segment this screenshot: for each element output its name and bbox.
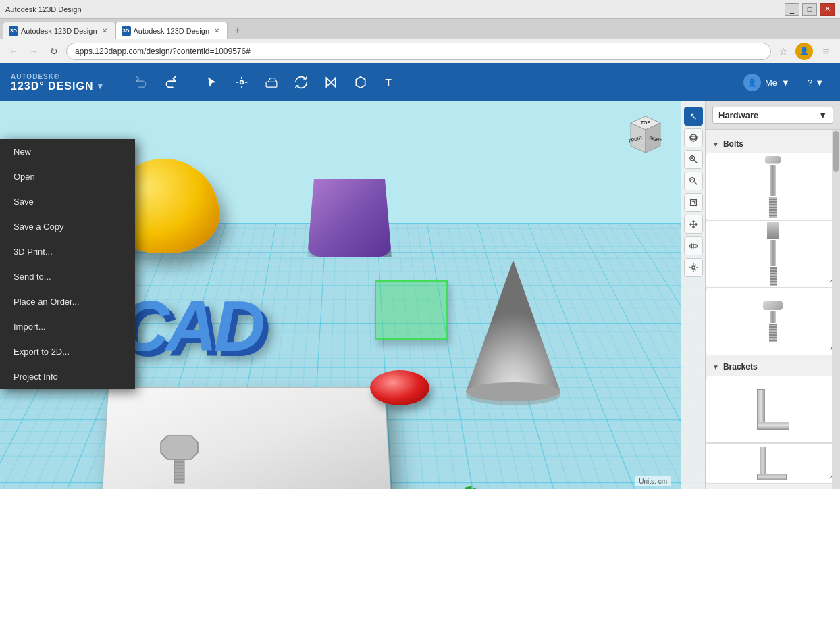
nav-cube[interactable]: TOP FRONT RIGHT [621,111,670,159]
tab-close-2[interactable]: ✕ [212,26,221,36]
browser-menu-button[interactable]: ≡ [817,43,835,60]
refresh-button[interactable]: ↻ [46,43,62,59]
tab-1[interactable]: 3D Autodesk 123D Design ✕ [3,22,115,39]
menu-item-order[interactable]: Place an Order... [0,289,135,314]
browser-addressbar: ← → ↻ apps.123dapp.com/design/?contentid… [0,39,840,63]
zoom-fit-viewport-button[interactable] [684,193,703,212]
menu-item-projectinfo[interactable]: Project Info [0,364,135,389]
category-dropdown-arrow: ▼ [818,110,827,120]
category-label: Hardware [718,110,758,120]
pan-viewport-button[interactable] [684,215,703,234]
close-button[interactable]: ✕ [820,3,835,16]
measure-viewport-button[interactable] [684,236,703,255]
cad-text-object: CAD [118,290,261,361]
bolt-body-2 [770,240,776,266]
bracket-item-1[interactable] [706,376,840,443]
bolt-roundhead-2 [767,222,779,239]
transform-tool-button[interactable] [229,70,255,95]
bolt-item-3[interactable]: ↗ [706,288,840,355]
bolts-section: ▼ Bolts [706,135,840,355]
app-logo[interactable]: AUTODESK® 123D° DESIGN ▼ [11,73,105,93]
browser-tabs: 3D Autodesk 123D Design ✕ 3D Autodesk 12… [0,19,840,39]
maximize-button[interactable]: □ [802,3,817,16]
category-dropdown[interactable]: Hardware ▼ [712,107,833,124]
right-panel: Hardware ▼ ▼ Bolts [705,101,840,489]
tab-label-1: Autodesk 123D Design [21,27,97,35]
bolt-platform-object [154,432,205,489]
menu-item-open[interactable]: Open [0,164,135,189]
settings-viewport-button[interactable] [684,258,703,277]
brackets-section: ▼ Brackets [706,358,840,484]
svg-point-0 [240,81,244,84]
extrude-tool-button[interactable] [259,70,284,95]
logo-dropdown-arrow[interactable]: ▼ [96,82,105,91]
user-menu-button[interactable]: 👤 Me ▼ [737,71,797,94]
redo-button[interactable] [157,70,183,95]
menu-item-3dprint[interactable]: 3D Print... [0,239,135,264]
panel-scrollbar[interactable] [832,130,840,489]
bolt-item-1[interactable] [706,153,840,220]
orbit-viewport-button[interactable] [684,128,703,147]
menu-item-save[interactable]: Save [0,189,135,214]
brackets-section-header[interactable]: ▼ Brackets [706,358,840,376]
menu-item-sendto[interactable]: Send to... [0,264,135,289]
bracket-item-2[interactable]: ↗ [706,443,840,484]
bolt-body-1 [770,165,776,196]
scrollbar-thumb[interactable] [833,131,839,172]
url-bar[interactable]: apps.123dapp.com/design/?contentid=10095… [66,43,771,60]
text-tool-button[interactable]: T [377,70,403,95]
browser-title: Autodesk 123D Design [5,5,82,14]
red-pill-object [370,370,429,405]
tab-close-1[interactable]: ✕ [100,26,109,36]
help-button[interactable]: ? ▼ [802,75,829,91]
svg-rect-10 [174,459,184,483]
bolts-label: Bolts [723,139,743,149]
rotate-tool-button[interactable] [288,70,314,95]
bracket-shape-1 [757,389,789,430]
menu-item-export2d[interactable]: Export to 2D... [0,339,135,364]
tab-2[interactable]: 3D Autodesk 123D Design ✕ [115,22,228,39]
menu-item-new[interactable]: New [0,139,135,164]
tab-favicon-1: 3D [9,26,18,36]
svg-rect-31 [690,200,696,206]
bookmark-icon[interactable]: ☆ [775,43,791,59]
select-tool-button[interactable] [199,70,225,95]
back-button[interactable]: ← [5,43,22,59]
green-box-object [375,280,448,340]
mirror-tool-button[interactable] [318,70,344,95]
file-dropdown-menu: New Open Save Save a Copy 3D Print... Se… [0,139,135,389]
bracket-horiz-2 [757,474,787,480]
select-viewport-button[interactable]: ↖ [684,107,703,126]
window-controls: _ □ ✕ [785,3,835,16]
bolts-section-header[interactable]: ▼ Bolts [706,135,840,153]
user-avatar: 👤 [743,74,761,91]
viewport-right-toolbar: ↖ [681,101,705,489]
bracket-horiz-1 [757,422,789,430]
bolt-shape-1 [765,156,781,218]
menu-item-import[interactable]: Import... [0,314,135,339]
undo-button[interactable] [129,70,155,95]
svg-line-29 [693,182,696,184]
purple-cup-object [307,179,392,257]
extension-icon[interactable]: 👤 [795,43,813,60]
bolt-between [770,311,776,323]
zoom-in-viewport-button[interactable] [684,150,703,169]
menu-item-save-copy[interactable]: Save a Copy [0,214,135,239]
new-tab-button[interactable]: + [229,22,246,39]
toolbar-right: 👤 Me ▼ ? ▼ [737,71,829,94]
bolt-item-2[interactable]: ↗ [706,220,840,288]
cone-object [459,257,567,405]
bolt-shape-2 [767,222,779,286]
minimize-button[interactable]: _ [785,3,799,16]
help-icon: ? [808,78,812,88]
nut-1 [763,301,783,310]
forward-button[interactable]: → [26,43,42,59]
svg-rect-1 [266,82,277,87]
123d-label: 123D° DESIGN ▼ [11,80,105,93]
svg-text:TOP: TOP [641,120,651,125]
browser-titlebar: Autodesk 123D Design _ □ ✕ [0,0,840,19]
zoom-out-viewport-button[interactable] [684,172,703,190]
primitive-tool-button[interactable] [348,70,373,95]
user-label: Me [765,78,777,88]
bolt-head-1 [765,156,781,164]
